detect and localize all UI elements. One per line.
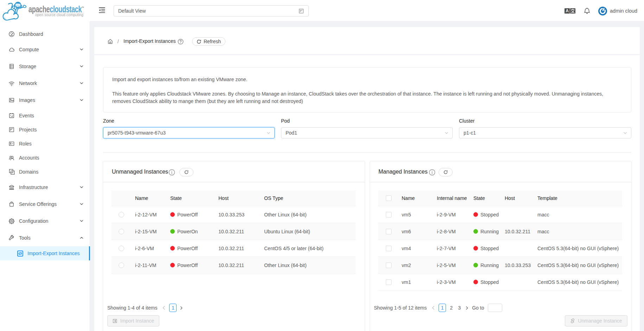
- svg-text:A: A: [566, 8, 569, 13]
